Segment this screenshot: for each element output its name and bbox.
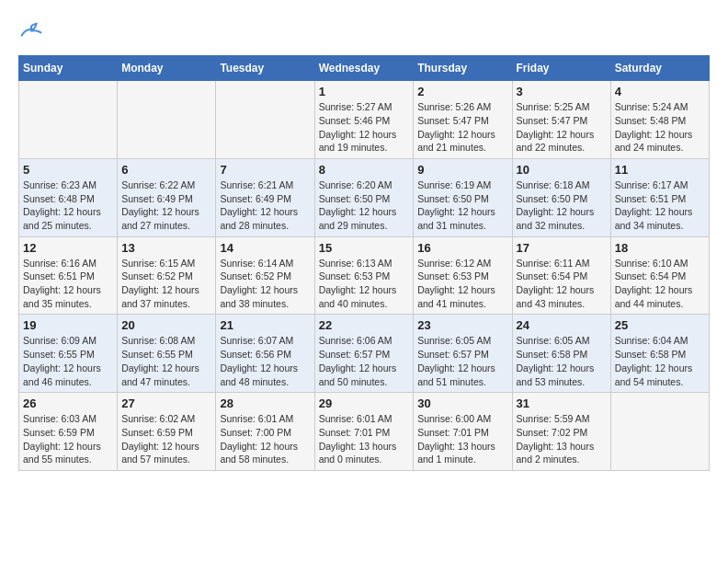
calendar-cell: 16Sunrise: 6:12 AMSunset: 6:53 PMDayligh… (414, 236, 512, 315)
calendar-cell: 8Sunrise: 6:20 AMSunset: 6:50 PMDaylight… (314, 158, 414, 236)
calendar-cell (610, 393, 709, 471)
calendar-cell: 22Sunrise: 6:06 AMSunset: 6:57 PMDayligh… (314, 315, 414, 393)
day-number: 24 (517, 318, 607, 332)
day-number: 11 (615, 163, 705, 177)
day-number: 3 (517, 85, 607, 98)
calendar-week-5: 26Sunrise: 6:03 AMSunset: 6:59 PMDayligh… (19, 393, 710, 471)
day-info: Sunrise: 5:25 AMSunset: 5:47 PMDaylight:… (517, 100, 607, 155)
logo-text (18, 18, 42, 40)
day-info: Sunrise: 6:06 AMSunset: 6:57 PMDaylight:… (319, 334, 410, 388)
day-number: 12 (23, 241, 113, 255)
calendar-cell: 18Sunrise: 6:10 AMSunset: 6:54 PMDayligh… (610, 236, 709, 315)
calendar-cell: 7Sunrise: 6:21 AMSunset: 6:49 PMDaylight… (216, 158, 314, 236)
weekday-header-thursday: Thursday (414, 56, 512, 81)
day-number: 28 (220, 396, 310, 410)
calendar-cell: 21Sunrise: 6:07 AMSunset: 6:56 PMDayligh… (216, 315, 314, 393)
day-info: Sunrise: 6:16 AMSunset: 6:51 PMDaylight:… (23, 257, 113, 311)
weekday-header-monday: Monday (118, 56, 216, 81)
calendar-cell (216, 81, 314, 159)
calendar-cell: 24Sunrise: 6:05 AMSunset: 6:58 PMDayligh… (512, 315, 610, 393)
calendar-week-4: 19Sunrise: 6:09 AMSunset: 6:55 PMDayligh… (19, 315, 710, 393)
day-info: Sunrise: 6:19 AMSunset: 6:50 PMDaylight:… (417, 178, 507, 233)
day-number: 1 (319, 85, 410, 98)
day-number: 17 (517, 241, 607, 255)
day-info: Sunrise: 6:03 AMSunset: 6:59 PMDaylight:… (23, 412, 113, 466)
day-info: Sunrise: 6:12 AMSunset: 6:53 PMDaylight:… (417, 257, 507, 311)
calendar-cell: 9Sunrise: 6:19 AMSunset: 6:50 PMDaylight… (414, 158, 512, 236)
day-info: Sunrise: 6:02 AMSunset: 6:59 PMDaylight:… (121, 412, 211, 466)
calendar-cell: 26Sunrise: 6:03 AMSunset: 6:59 PMDayligh… (19, 393, 118, 471)
day-number: 22 (319, 318, 410, 332)
day-number: 10 (517, 163, 607, 177)
day-info: Sunrise: 6:18 AMSunset: 6:50 PMDaylight:… (517, 178, 607, 233)
calendar-cell: 29Sunrise: 6:01 AMSunset: 7:01 PMDayligh… (314, 393, 414, 471)
day-number: 23 (417, 318, 507, 332)
calendar-cell: 17Sunrise: 6:11 AMSunset: 6:54 PMDayligh… (512, 236, 610, 315)
day-info: Sunrise: 6:21 AMSunset: 6:49 PMDaylight:… (220, 178, 310, 233)
day-number: 31 (517, 396, 607, 410)
day-info: Sunrise: 6:14 AMSunset: 6:52 PMDaylight:… (220, 257, 310, 311)
calendar-week-2: 5Sunrise: 6:23 AMSunset: 6:48 PMDaylight… (19, 158, 710, 236)
day-number: 26 (23, 396, 113, 410)
day-info: Sunrise: 6:09 AMSunset: 6:55 PMDaylight:… (23, 334, 113, 388)
calendar-cell: 4Sunrise: 5:24 AMSunset: 5:48 PMDaylight… (610, 81, 709, 159)
day-info: Sunrise: 5:24 AMSunset: 5:48 PMDaylight:… (615, 100, 705, 155)
day-number: 7 (220, 163, 310, 177)
calendar-cell (118, 81, 216, 159)
calendar-cell: 20Sunrise: 6:08 AMSunset: 6:55 PMDayligh… (118, 315, 216, 393)
day-info: Sunrise: 5:27 AMSunset: 5:46 PMDaylight:… (319, 100, 410, 155)
page-header (18, 18, 710, 40)
calendar-cell: 3Sunrise: 5:25 AMSunset: 5:47 PMDaylight… (512, 81, 610, 159)
day-info: Sunrise: 6:15 AMSunset: 6:52 PMDaylight:… (121, 257, 211, 311)
day-number: 2 (417, 85, 507, 98)
day-info: Sunrise: 6:10 AMSunset: 6:54 PMDaylight:… (615, 257, 705, 311)
day-number: 9 (417, 163, 507, 177)
day-info: Sunrise: 5:26 AMSunset: 5:47 PMDaylight:… (417, 100, 507, 155)
calendar-cell: 30Sunrise: 6:00 AMSunset: 7:01 PMDayligh… (414, 393, 512, 471)
weekday-header-sunday: Sunday (19, 56, 118, 81)
day-number: 19 (23, 318, 113, 332)
day-number: 13 (121, 241, 211, 255)
calendar-cell: 25Sunrise: 6:04 AMSunset: 6:58 PMDayligh… (610, 315, 709, 393)
day-number: 18 (615, 241, 705, 255)
weekday-header-wednesday: Wednesday (314, 56, 414, 81)
calendar-cell: 1Sunrise: 5:27 AMSunset: 5:46 PMDaylight… (314, 81, 414, 159)
calendar-cell: 19Sunrise: 6:09 AMSunset: 6:55 PMDayligh… (19, 315, 118, 393)
day-info: Sunrise: 6:05 AMSunset: 6:58 PMDaylight:… (517, 334, 607, 388)
day-number: 16 (417, 241, 507, 255)
day-info: Sunrise: 6:04 AMSunset: 6:58 PMDaylight:… (615, 334, 705, 388)
calendar-cell: 5Sunrise: 6:23 AMSunset: 6:48 PMDaylight… (19, 158, 118, 236)
day-number: 14 (220, 241, 310, 255)
calendar-cell: 2Sunrise: 5:26 AMSunset: 5:47 PMDaylight… (414, 81, 512, 159)
calendar-week-1: 1Sunrise: 5:27 AMSunset: 5:46 PMDaylight… (19, 81, 710, 159)
logo-bird-icon (20, 22, 42, 39)
calendar-cell: 13Sunrise: 6:15 AMSunset: 6:52 PMDayligh… (118, 236, 216, 315)
day-info: Sunrise: 6:17 AMSunset: 6:51 PMDaylight:… (615, 178, 705, 233)
calendar-cell: 31Sunrise: 5:59 AMSunset: 7:02 PMDayligh… (512, 393, 610, 471)
day-number: 5 (23, 163, 113, 177)
day-info: Sunrise: 6:08 AMSunset: 6:55 PMDaylight:… (121, 334, 211, 388)
calendar-cell: 10Sunrise: 6:18 AMSunset: 6:50 PMDayligh… (512, 158, 610, 236)
day-info: Sunrise: 5:59 AMSunset: 7:02 PMDaylight:… (517, 412, 607, 466)
day-number: 8 (319, 163, 410, 177)
day-info: Sunrise: 6:01 AMSunset: 7:01 PMDaylight:… (319, 412, 410, 466)
calendar-table: SundayMondayTuesdayWednesdayThursdayFrid… (18, 55, 710, 471)
day-number: 20 (121, 318, 211, 332)
weekday-header-saturday: Saturday (610, 56, 709, 81)
calendar-cell: 11Sunrise: 6:17 AMSunset: 6:51 PMDayligh… (610, 158, 709, 236)
calendar-cell: 12Sunrise: 6:16 AMSunset: 6:51 PMDayligh… (19, 236, 118, 315)
calendar-cell: 27Sunrise: 6:02 AMSunset: 6:59 PMDayligh… (118, 393, 216, 471)
day-number: 4 (615, 85, 705, 98)
calendar-cell (19, 81, 118, 159)
day-info: Sunrise: 6:22 AMSunset: 6:49 PMDaylight:… (121, 178, 211, 233)
day-number: 25 (615, 318, 705, 332)
logo (18, 18, 42, 40)
calendar-cell: 15Sunrise: 6:13 AMSunset: 6:53 PMDayligh… (314, 236, 414, 315)
calendar-cell: 14Sunrise: 6:14 AMSunset: 6:52 PMDayligh… (216, 236, 314, 315)
day-info: Sunrise: 6:05 AMSunset: 6:57 PMDaylight:… (417, 334, 507, 388)
day-number: 29 (319, 396, 410, 410)
calendar-week-3: 12Sunrise: 6:16 AMSunset: 6:51 PMDayligh… (19, 236, 710, 315)
day-info: Sunrise: 6:00 AMSunset: 7:01 PMDaylight:… (417, 412, 507, 466)
day-info: Sunrise: 6:01 AMSunset: 7:00 PMDaylight:… (220, 412, 310, 466)
weekday-header-friday: Friday (512, 56, 610, 81)
